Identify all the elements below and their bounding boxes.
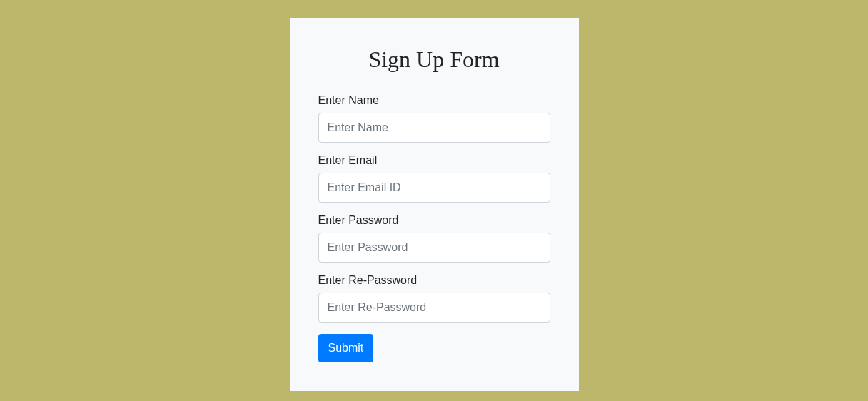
repassword-input[interactable] [318, 293, 550, 323]
password-input[interactable] [318, 233, 550, 263]
name-field-group: Enter Name [318, 94, 550, 143]
name-label: Enter Name [318, 94, 550, 107]
password-label: Enter Password [318, 214, 550, 227]
name-input[interactable] [318, 113, 550, 143]
form-title: Sign Up Form [318, 46, 550, 73]
signup-form-card: Sign Up Form Enter Name Enter Email Ente… [290, 18, 579, 391]
submit-button[interactable]: Submit [318, 334, 374, 362]
repassword-field-group: Enter Re-Password [318, 274, 550, 323]
email-input[interactable] [318, 173, 550, 203]
password-field-group: Enter Password [318, 214, 550, 263]
email-field-group: Enter Email [318, 154, 550, 203]
repassword-label: Enter Re-Password [318, 274, 550, 287]
email-label: Enter Email [318, 154, 550, 167]
